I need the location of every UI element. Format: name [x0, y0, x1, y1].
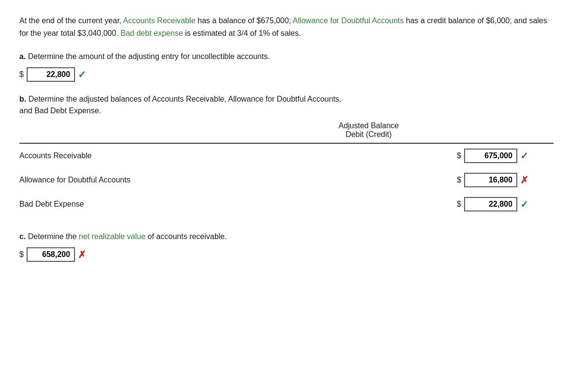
accounts-receivable-label: Accounts Receivable — [123, 16, 195, 25]
section-c-input[interactable] — [27, 247, 75, 262]
row-input-bde[interactable] — [464, 197, 517, 211]
row-x-allowance: ✗ — [520, 174, 528, 186]
section-a-check-icon: ✓ — [78, 69, 86, 80]
intro-text-4: is estimated at 3/4 of 1% of sales. — [183, 29, 301, 37]
row-input-allowance[interactable] — [464, 173, 517, 187]
row-label-allowance: Allowance for Doubtful Accounts — [19, 176, 457, 184]
section-a-question: Determine the amount of the adjusting en… — [28, 52, 270, 60]
row-value-allowance: $ ✗ — [457, 173, 554, 187]
adjusted-balance-table-wrapper: Adjusted Balance Debit (Credit) Accounts… — [19, 121, 554, 216]
table-row-bde: Bad Debt Expense $ ✓ — [19, 192, 554, 216]
section-a-input[interactable] — [27, 67, 75, 82]
row-value-ar: $ ✓ — [457, 149, 554, 163]
bad-debt-label: Bad debt expense — [121, 29, 183, 37]
section-a: a. Determine the amount of the adjusting… — [19, 51, 554, 82]
row-check-ar: ✓ — [520, 150, 528, 162]
row-label-ar: Accounts Receivable — [19, 151, 457, 160]
section-c-title: c. Determine the net realizable value of… — [19, 231, 554, 242]
row-value-bde: $ ✓ — [457, 197, 554, 211]
table-header: Adjusted Balance Debit (Credit) — [338, 121, 399, 139]
intro-text-1: At the end of the current year, — [19, 16, 123, 25]
intro-paragraph: At the end of the current year, Accounts… — [19, 15, 554, 39]
row-dollar-bde: $ — [457, 200, 461, 209]
section-b-title: b. Determine the adjusted balances of Ac… — [19, 93, 554, 117]
section-a-dollar: $ — [19, 70, 24, 79]
section-c-x-icon: ✗ — [78, 249, 86, 260]
row-dollar-allowance: $ — [457, 176, 461, 184]
section-c-label: c. — [19, 232, 26, 241]
section-b-text2: and Bad Debt Expense. — [19, 106, 101, 115]
section-c-text-after: of accounts receivable. — [146, 232, 227, 241]
section-a-title: a. Determine the amount of the adjusting… — [19, 51, 554, 62]
section-b-label: b. — [19, 95, 26, 103]
intro-text-2: has a balance of $675,000; — [196, 16, 293, 25]
allowance-label: Allowance for Doubtful Accounts — [293, 16, 404, 25]
section-a-label: a. — [19, 52, 26, 60]
table-header-line2: Debit (Credit) — [346, 130, 392, 139]
section-c-dollar: $ — [19, 250, 24, 259]
net-realizable-label: net realizable value — [79, 232, 146, 241]
section-c-text-before2: Determine the — [28, 232, 79, 241]
section-b-question: Determine the adjusted balances of Accou… — [29, 95, 342, 103]
row-input-ar[interactable] — [464, 149, 517, 163]
table-row-ar: Accounts Receivable $ ✓ — [19, 144, 554, 168]
table-header-line1: Adjusted Balance — [338, 121, 399, 130]
row-dollar-ar: $ — [457, 151, 461, 160]
section-a-input-row: $ ✓ — [19, 67, 554, 82]
row-check-bde: ✓ — [520, 198, 528, 210]
table-row-allowance: Allowance for Doubtful Accounts $ ✗ — [19, 168, 554, 192]
row-label-bde: Bad Debt Expense — [19, 200, 457, 209]
section-c-input-row: $ ✗ — [19, 247, 554, 262]
section-c: c. Determine the net realizable value of… — [19, 231, 554, 262]
section-b: b. Determine the adjusted balances of Ac… — [19, 93, 554, 216]
